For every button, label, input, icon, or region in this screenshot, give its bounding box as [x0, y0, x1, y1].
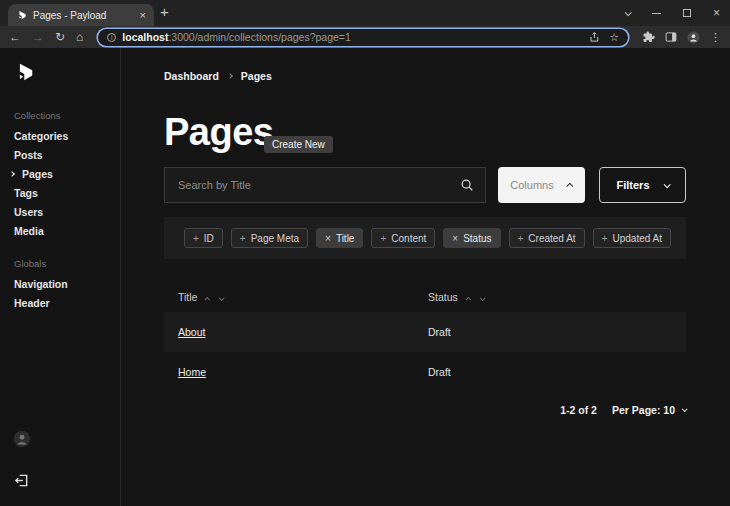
- maximize-button[interactable]: [683, 9, 691, 17]
- new-tab-button[interactable]: +: [160, 3, 169, 20]
- pill-label: Content: [391, 233, 426, 244]
- share-icon[interactable]: [588, 31, 600, 43]
- logout-icon[interactable]: [14, 473, 29, 488]
- columns-button[interactable]: Columns: [498, 167, 585, 203]
- remove-column-icon: ×: [325, 233, 331, 244]
- search-icon: [460, 178, 474, 192]
- collections-label: Collections: [14, 110, 60, 121]
- sidebar: Collections Categories Posts Pages Tags …: [0, 48, 121, 506]
- table-row: Home Draft: [164, 352, 686, 392]
- tab-strip: Pages - Payload × + ×: [0, 0, 730, 26]
- per-page-control[interactable]: Per Page: 10: [612, 404, 686, 416]
- close-window-button[interactable]: ×: [713, 6, 720, 20]
- column-pill-updated-at[interactable]: + Updated At: [593, 228, 671, 248]
- row-status: Draft: [428, 366, 451, 378]
- tab-title: Pages - Payload: [33, 10, 134, 21]
- per-page-label: Per Page: 10: [612, 404, 675, 416]
- column-header-title: Title: [178, 289, 223, 304]
- active-item-chevron-icon: [9, 171, 15, 177]
- globals-nav: Navigation Header: [14, 279, 68, 309]
- chevron-right-icon: [227, 73, 233, 79]
- toolbar-right: ⋮: [643, 31, 721, 44]
- payload-favicon-icon: [16, 10, 27, 21]
- column-pill-title[interactable]: × Title: [316, 228, 363, 248]
- page-title: Pages: [164, 111, 273, 153]
- column-header-status: Status: [428, 289, 484, 304]
- window-controls: ×: [625, 0, 720, 26]
- sidebar-item-media[interactable]: Media: [14, 226, 68, 237]
- tab-close-icon[interactable]: ×: [140, 10, 146, 21]
- breadcrumb-dashboard-link[interactable]: Dashboard: [164, 70, 219, 82]
- filters-button[interactable]: Filters: [599, 167, 686, 203]
- sidebar-item-tags[interactable]: Tags: [14, 188, 68, 199]
- url-bar[interactable]: i localhost:3000/admin/collections/pages…: [98, 29, 628, 46]
- column-pill-content[interactable]: + Content: [371, 228, 435, 248]
- sidebar-item-header[interactable]: Header: [14, 298, 68, 309]
- add-column-icon: +: [518, 233, 524, 244]
- column-pill-page-meta[interactable]: + Page Meta: [231, 228, 308, 248]
- chevron-up-icon: [566, 182, 573, 189]
- sort-descending-icon[interactable]: [219, 289, 223, 304]
- browser-chrome: Pages - Payload × + × ← → ↻ ⌂ i localhos…: [0, 0, 730, 48]
- remove-column-icon: ×: [452, 233, 458, 244]
- add-column-icon: +: [193, 233, 199, 244]
- globals-label: Globals: [14, 258, 46, 269]
- sidebar-item-pages[interactable]: Pages: [14, 169, 68, 180]
- account-avatar-icon[interactable]: [13, 430, 31, 448]
- add-column-icon: +: [380, 233, 386, 244]
- collections-nav: Categories Posts Pages Tags Users Media: [14, 131, 68, 237]
- row-title-link[interactable]: About: [178, 326, 205, 338]
- column-toggle-panel: + ID + Page Meta × Title + Content × Sta…: [164, 217, 686, 259]
- sidebar-item-categories[interactable]: Categories: [14, 131, 68, 142]
- home-button[interactable]: ⌂: [76, 31, 83, 43]
- browser-tab[interactable]: Pages - Payload ×: [8, 4, 154, 26]
- tab-search-icon[interactable]: [625, 9, 632, 16]
- search-input[interactable]: [164, 167, 486, 203]
- add-column-icon: +: [602, 233, 608, 244]
- sort-descending-icon[interactable]: [480, 289, 484, 304]
- breadcrumb-current: Pages: [241, 70, 272, 82]
- create-new-button[interactable]: Create New: [264, 136, 333, 153]
- extensions-icon[interactable]: [643, 31, 655, 43]
- reload-button[interactable]: ↻: [55, 31, 65, 43]
- site-info-icon[interactable]: i: [107, 33, 116, 42]
- main-content: Dashboard Pages Pages Create New Columns…: [164, 48, 686, 506]
- table-header: Title Status: [164, 280, 686, 312]
- pill-label: Title: [336, 233, 355, 244]
- page-range: 1-2 of 2: [560, 404, 597, 416]
- bookmark-star-icon[interactable]: ☆: [609, 31, 619, 44]
- sort-ascending-icon[interactable]: [206, 289, 210, 304]
- column-header-label: Title: [178, 291, 197, 303]
- side-panel-icon[interactable]: [665, 31, 677, 43]
- back-button[interactable]: ←: [9, 31, 21, 43]
- pill-label: ID: [204, 233, 214, 244]
- pill-label: Updated At: [612, 233, 661, 244]
- chevron-down-icon: [663, 181, 670, 188]
- payload-logo-icon[interactable]: [13, 62, 35, 84]
- browser-toolbar: ← → ↻ ⌂ i localhost:3000/admin/collectio…: [0, 26, 730, 48]
- sort-ascending-icon[interactable]: [467, 289, 471, 304]
- sidebar-item-navigation[interactable]: Navigation: [14, 279, 68, 290]
- forward-button[interactable]: →: [32, 31, 44, 43]
- column-pill-id[interactable]: + ID: [184, 228, 223, 248]
- row-title-link[interactable]: Home: [178, 366, 206, 378]
- pill-label: Page Meta: [251, 233, 299, 244]
- url-text: localhost:3000/admin/collections/pages?p…: [122, 31, 351, 43]
- add-column-icon: +: [240, 233, 246, 244]
- payload-admin: Collections Categories Posts Pages Tags …: [0, 48, 730, 506]
- column-pill-status[interactable]: × Status: [443, 228, 500, 248]
- url-path: :3000/admin/collections/pages?page=1: [168, 31, 350, 43]
- filters-button-label: Filters: [616, 179, 649, 191]
- breadcrumb: Dashboard Pages: [164, 70, 272, 82]
- url-bar-actions: ☆: [588, 31, 619, 44]
- row-status: Draft: [428, 326, 451, 338]
- chevron-down-icon: [682, 406, 688, 412]
- sidebar-item-users[interactable]: Users: [14, 207, 68, 218]
- column-pill-created-at[interactable]: + Created At: [509, 228, 585, 248]
- columns-button-label: Columns: [510, 179, 553, 191]
- browser-menu-icon[interactable]: ⋮: [710, 31, 721, 44]
- sidebar-item-posts[interactable]: Posts: [14, 150, 68, 161]
- url-host: localhost: [122, 31, 168, 43]
- minimize-button[interactable]: [652, 13, 661, 14]
- profile-avatar-icon[interactable]: [687, 31, 700, 44]
